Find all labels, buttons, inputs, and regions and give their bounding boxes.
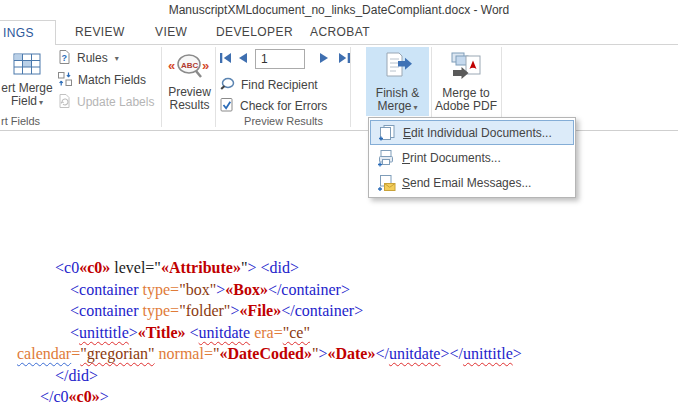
menu-item-send-email-messages[interactable]: Send Email Messages... [370,170,574,195]
insert-merge-field-icon [0,51,54,80]
menu-item-label: Print Documents... [402,151,501,165]
preview-results-label-2: Results [169,98,209,112]
document-area[interactable]: <c0«c0» level="«Attribute»"> <did><conta… [0,257,678,408]
group-separator [501,47,502,127]
tab-mailings-active[interactable]: INGS [0,20,56,45]
group-separator [215,47,216,127]
rules-label: Rules [77,51,108,65]
menu-item-label: Send Email Messages... [402,176,531,190]
svg-text:»: » [202,58,209,73]
tab-review[interactable]: REVIEW [75,20,125,44]
match-fields-label: Match Fields [78,73,146,87]
doc-line: <unittitle>«Title» <unitdate era="ce" [0,322,678,344]
finish-merge-icon [366,51,429,85]
tab-view[interactable]: VIEW [155,20,187,44]
merge-adobe-label-2: Adobe PDF [435,99,497,113]
match-fields-icon [57,71,73,90]
tab-developer[interactable]: DEVELOPER [216,20,293,44]
finish-merge-label-2: Merge [377,99,411,113]
group-separator [431,47,432,127]
menu-item-edit-individual-documents[interactable]: Edit Individual Documents... [370,120,574,145]
doc-line: calendar="gregorian" normal="«DateCoded»… [0,343,678,365]
finish-merge-label-1: Finish & [376,86,419,100]
print-documents-icon [370,149,402,167]
record-number-input[interactable] [255,49,305,69]
group-separator [350,47,351,127]
svg-text:ABC: ABC [181,61,199,70]
insert-merge-field-label-1: ert Merge [1,81,52,95]
dropdown-caret: ▾ [39,98,43,107]
group-separator [161,47,162,127]
send-email-messages-icon [370,174,402,192]
preview-results-icon: « ABC » [164,51,215,84]
check-for-errors-icon [219,97,235,116]
find-recipient-icon [219,76,236,95]
match-fields-button[interactable]: Match Fields [57,70,146,90]
svg-text:?: ? [62,53,68,63]
word-window: ManuscriptXMLdocument_no_links_DateCompl… [0,0,678,409]
title-bar: ManuscriptXMLdocument_no_links_DateCompl… [0,0,678,20]
ribbon-mailings: ert Merge Field▾ ? Rules ▾ [0,45,678,131]
rules-icon: ? [57,49,72,68]
previous-record-button[interactable] [236,51,252,67]
doc-line: <c0«c0» level="«Attribute»"> <did> [0,257,678,279]
finish-and-merge-button[interactable]: Finish & Merge▾ [366,47,429,116]
update-labels-button: Update Labels [57,92,154,112]
menu-item-label: Edit Individual Documents... [403,126,552,140]
next-record-button[interactable] [318,51,334,67]
insert-merge-field-button[interactable]: ert Merge Field▾ [0,47,54,116]
update-labels-icon [57,93,72,112]
window-title: ManuscriptXMLdocument_no_links_DateCompl… [169,3,510,17]
first-record-button[interactable] [218,51,234,67]
finish-merge-dropdown-menu: Edit Individual Documents...Print Docume… [368,117,576,198]
merge-to-adobe-pdf-button[interactable]: Merge to Adobe PDF [434,47,498,116]
preview-results-group-label: Preview Results [217,115,350,127]
doc-line: <container type="folder">«File»</contain… [0,300,678,322]
rules-button[interactable]: ? Rules ▾ [57,48,119,68]
find-recipient-button[interactable]: Find Recipient [219,75,318,95]
doc-line: </c0«c0»> [0,386,678,408]
merge-adobe-label-1: Merge to [442,86,489,100]
dropdown-caret: ▾ [115,54,119,63]
check-for-errors-label: Check for Errors [240,99,327,113]
update-labels-label: Update Labels [77,95,154,109]
ribbon-tab-row: INGS REVIEW VIEW DEVELOPER ACROBAT [0,20,678,45]
dropdown-caret: ▾ [414,103,418,112]
insert-merge-field-label-2: Field [11,94,37,108]
find-recipient-label: Find Recipient [241,78,318,92]
write-insert-fields-group-label: rt Fields [1,115,40,127]
check-for-errors-button[interactable]: Check for Errors [219,96,327,116]
tab-acrobat[interactable]: ACROBAT [310,20,370,44]
menu-item-print-documents[interactable]: Print Documents... [370,145,574,170]
doc-line: </did> [0,365,678,387]
preview-results-button[interactable]: « ABC » Preview Results [164,47,215,116]
doc-line: <container type="box">«Box»</container> [0,279,678,301]
merge-to-adobe-pdf-icon [434,51,498,85]
svg-text:«: « [168,58,175,73]
edit-individual-documents-icon [371,124,403,142]
preview-results-label-1: Preview [168,85,211,99]
